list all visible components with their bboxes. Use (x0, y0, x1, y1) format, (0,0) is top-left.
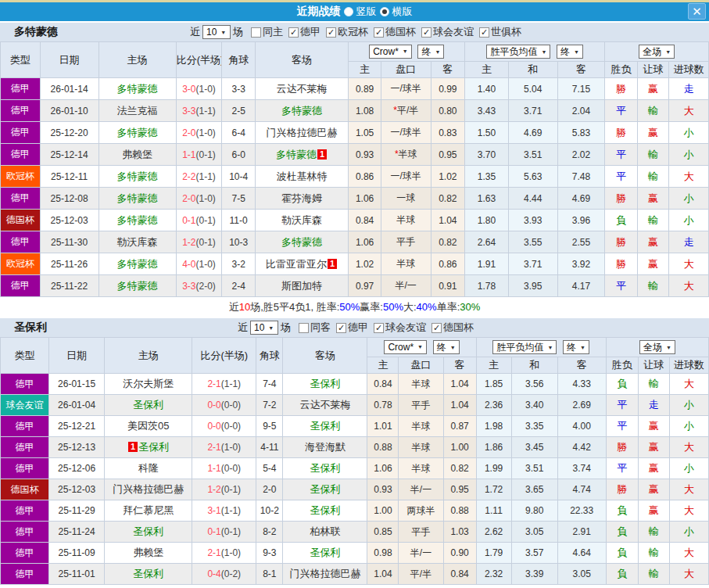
crow-away-odds: 1.03 (443, 522, 476, 543)
bookmaker-select[interactable]: Crow* (384, 340, 427, 354)
filter-label[interactable]: 德国杯 (443, 321, 474, 335)
league-type-badge: 德甲 (1, 500, 49, 522)
sub-col-goals: 进球数 (669, 357, 708, 374)
result-outcome: 平 (606, 395, 638, 416)
filter-label[interactable]: 世俱杯 (491, 25, 521, 39)
crow-handicap: 半球 (399, 458, 443, 479)
avg-odds-select[interactable]: 胜平负均值 (486, 45, 550, 59)
away-team-cell: 云达不莱梅 (283, 395, 367, 416)
home-team-cell: 圣保利 (105, 564, 192, 585)
team-label: 圣保利 (310, 504, 340, 516)
league-type-badge: 德甲 (1, 188, 41, 210)
filter-label[interactable]: 德国杯 (385, 25, 416, 39)
team-label: 多特蒙德 (117, 170, 158, 182)
filter-label[interactable]: 欧冠杯 (338, 25, 368, 39)
avg-home-odds: 2.62 (476, 522, 511, 543)
league-type-badge: 德甲 (1, 458, 49, 479)
avg-away-odds: 4.33 (557, 374, 606, 395)
match-row: 德甲25-11-29拜仁慕尼黑3-1(1-1)10-2圣保利1.00两球半0.8… (1, 500, 709, 522)
summary-segment: 50% (383, 301, 403, 313)
filter-checkbox[interactable] (288, 27, 299, 38)
avg-draw-odds: 3.45 (511, 437, 557, 458)
avg-time-select[interactable]: 终 (557, 45, 583, 59)
away-team-cell: 勒沃库森 (255, 210, 348, 231)
score-cell: 1-1(0-0) (192, 458, 256, 479)
result-handicap: 赢 (638, 437, 669, 458)
filter-checkbox[interactable] (479, 27, 489, 38)
filter-label[interactable]: 球会友谊 (385, 321, 426, 335)
filter-label[interactable]: 德甲 (300, 25, 320, 39)
crow-away-odds: 0.80 (431, 100, 465, 122)
layout-radio-vertical[interactable]: 竖版 (344, 5, 377, 19)
crow-home-odds: 0.98 (367, 543, 399, 564)
filter-label[interactable]: 德甲 (348, 321, 368, 335)
team-label: 霍芬海姆 (281, 192, 322, 204)
filter-checkbox[interactable] (251, 27, 261, 38)
result-goals: 大 (669, 437, 708, 458)
filter-label[interactable]: 同客 (310, 321, 331, 335)
score-cell: 1-2(0-1) (192, 479, 256, 500)
sub-col-result: 胜负 (605, 62, 638, 78)
avg-home-odds: 2.64 (465, 231, 509, 253)
filter-checkbox[interactable] (336, 323, 346, 333)
avg-away-odds: 5.83 (557, 122, 605, 144)
crow-home-odds: 0.85 (367, 522, 399, 543)
match-row: 欧冠杯25-11-26多特蒙德4-0(1-0)3-2比雷亚雷亚尔11.02半球0… (1, 253, 709, 275)
avg-draw-odds: 3.56 (511, 374, 557, 395)
close-icon[interactable]: ✕ (688, 3, 706, 20)
filter-checkbox[interactable] (374, 27, 384, 38)
avg-home-odds: 3.70 (465, 144, 509, 166)
score-cell: 3-1(1-1) (192, 500, 256, 522)
date-cell: 25-12-14 (40, 144, 98, 166)
radio-unselected-icon[interactable] (344, 7, 353, 16)
home-team-cell: 多特蒙德 (98, 188, 176, 210)
corner-cell: 4-11 (256, 437, 283, 458)
result-outcome: 平 (606, 458, 638, 479)
crow-away-odds: 1.04 (443, 374, 476, 395)
result-outcome: 勝 (605, 188, 638, 210)
league-type-badge: 欧冠杯 (1, 253, 41, 275)
result-handicap: 輸 (637, 100, 668, 122)
recent-count-select[interactable]: 10 (202, 25, 231, 39)
team-label: 美因茨05 (127, 420, 169, 432)
score-cell: 0-4(0-2) (192, 564, 256, 585)
crow-handicap: 一/球半 (381, 78, 431, 100)
away-team-cell: 柏林联 (283, 522, 367, 543)
filter-label[interactable]: 球会友谊 (433, 25, 474, 39)
team-label: 圣保利 (133, 525, 163, 537)
recent-count-select[interactable]: 10 (250, 321, 278, 335)
result-outcome: 平 (605, 100, 638, 122)
home-team-cell: 多特蒙德 (98, 210, 176, 231)
scope-select[interactable]: 全场 (639, 340, 675, 354)
avg-odds-select[interactable]: 胜平负均值 (492, 340, 557, 354)
scope-select[interactable]: 全场 (639, 45, 675, 59)
home-team-cell: 圣保利 (105, 395, 192, 416)
team-label: 拜仁慕尼黑 (123, 504, 174, 516)
crow-away-odds: 0.86 (431, 253, 465, 275)
layout-radio-horizontal[interactable]: 横版 (380, 5, 413, 19)
crow-handicap: 半/一 (381, 275, 431, 297)
league-type-badge: 德甲 (1, 100, 41, 122)
result-outcome: 平 (605, 144, 638, 166)
filter-checkbox[interactable] (421, 27, 431, 38)
home-team-cell: 沃尔夫斯堡 (105, 374, 192, 395)
bookmaker-select[interactable]: Crow* (369, 45, 412, 59)
radio-selected-icon[interactable] (380, 7, 389, 16)
summary-segment: 赢率: (360, 300, 383, 314)
date-cell: 25-11-26 (40, 253, 98, 275)
filter-checkbox[interactable] (299, 323, 309, 333)
odds-time-select[interactable]: 终 (433, 340, 460, 354)
avg-time-select[interactable]: 终 (563, 340, 589, 354)
home-team-cell: 弗赖堡 (98, 144, 176, 166)
filter-label[interactable]: 同主 (263, 25, 283, 39)
crow-away-odds: 1.04 (443, 395, 476, 416)
filter-checkbox[interactable] (374, 323, 384, 333)
team-section-header: 多特蒙德 近10场同主德甲欧冠杯德国杯球会友谊世俱杯 (0, 21, 709, 41)
league-type-badge: 德国杯 (1, 210, 41, 231)
filter-checkbox[interactable] (431, 323, 442, 333)
odds-provider-header: Crow* 终 (349, 42, 465, 62)
odds-time-select[interactable]: 终 (417, 45, 444, 59)
filter-checkbox[interactable] (326, 27, 336, 38)
league-type-badge: 德甲 (1, 144, 41, 166)
team-label: 云达不莱梅 (277, 83, 328, 95)
